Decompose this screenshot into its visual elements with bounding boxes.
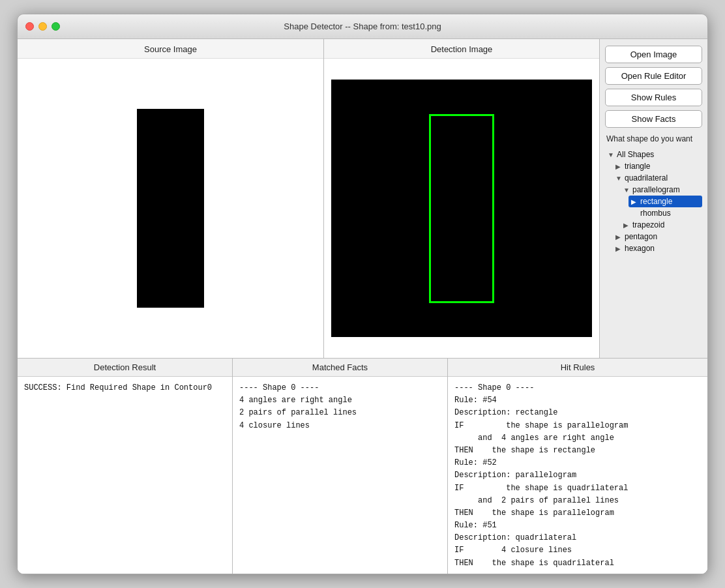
- tree-arrow-icon: ▼: [615, 175, 625, 182]
- show-rules-button[interactable]: Show Rules: [605, 89, 702, 106]
- source-image-area: [50, 88, 291, 329]
- bottom-section: Detection Result SUCCESS: Find Required …: [18, 359, 707, 574]
- source-image-body: [18, 59, 323, 358]
- tree-item-label: pentagon: [625, 232, 657, 241]
- tree-arrow-icon: ▶: [615, 163, 625, 170]
- tree-item-rhombus[interactable]: rhombus: [629, 207, 702, 219]
- tree-item-label: triangle: [625, 162, 650, 171]
- detection-image-body: [324, 59, 599, 358]
- tree-arrow-icon: ▼: [608, 151, 617, 158]
- tree-item-label: rhombus: [640, 209, 671, 218]
- open-image-button[interactable]: Open Image: [605, 46, 702, 63]
- tree-arrow-icon: ▶: [623, 222, 632, 229]
- source-black-rectangle: [137, 109, 204, 308]
- tree-item-label: All Shapes: [617, 150, 654, 159]
- matched-facts-header: Matched Facts: [233, 359, 447, 377]
- tree-item-pentagon[interactable]: ▶pentagon: [613, 231, 702, 243]
- window-title: Shape Detector -- Shape from: test10.png: [284, 22, 441, 31]
- tree-arrow-icon: ▶: [631, 198, 640, 205]
- source-image-panel: Source Image: [18, 39, 324, 358]
- open-rule-editor-button[interactable]: Open Rule Editor: [605, 67, 702, 85]
- tree-item-label: trapezoid: [632, 220, 664, 229]
- tree-item-triangle[interactable]: ▶triangle: [613, 160, 702, 172]
- close-button[interactable]: [25, 22, 34, 31]
- top-section: Source Image Detection Image Open: [18, 39, 707, 359]
- tree-item-label: rectangle: [640, 197, 672, 206]
- titlebar: Shape Detector -- Shape from: test10.png: [18, 14, 707, 39]
- what-shape-label: What shape do you want: [605, 134, 702, 143]
- detection-result-body: SUCCESS: Find Required Shape in Contour0: [18, 377, 232, 574]
- hit-rules-header: Hit Rules: [448, 359, 707, 377]
- source-image-header: Source Image: [18, 39, 323, 59]
- detection-image-panel: Detection Image: [324, 39, 600, 358]
- traffic-lights: [25, 22, 60, 31]
- tree-item-label: quadrilateral: [625, 173, 668, 183]
- detected-shape-outline: [429, 114, 494, 303]
- main-content: Source Image Detection Image Open: [18, 39, 707, 574]
- detection-result-panel: Detection Result SUCCESS: Find Required …: [18, 359, 233, 574]
- matched-facts-body: ---- Shape 0 ---- 4 angles are right ang…: [233, 377, 447, 574]
- tree-item-quadrilateral[interactable]: ▼quadrilateral: [613, 172, 702, 184]
- tree-item-all-shapes[interactable]: ▼All Shapes: [605, 149, 702, 160]
- tree-item-rectangle[interactable]: ▶rectangle: [629, 196, 702, 207]
- tree-item-trapezoid[interactable]: ▶trapezoid: [621, 219, 702, 231]
- matched-facts-panel: Matched Facts ---- Shape 0 ---- 4 angles…: [233, 359, 448, 574]
- tree-item-parallelogram[interactable]: ▼parallelogram: [621, 184, 702, 196]
- detection-image-area: [331, 80, 592, 337]
- sidebar: Open Image Open Rule Editor Show Rules S…: [600, 39, 707, 358]
- tree-arrow-icon: ▶: [615, 233, 625, 241]
- tree-item-label: hexagon: [625, 244, 655, 253]
- minimize-button[interactable]: [38, 22, 47, 31]
- tree-item-hexagon[interactable]: ▶hexagon: [613, 243, 702, 254]
- show-facts-button[interactable]: Show Facts: [605, 110, 702, 128]
- maximize-button[interactable]: [52, 22, 60, 31]
- hit-rules-panel: Hit Rules ---- Shape 0 ---- Rule: #54 De…: [448, 359, 707, 574]
- detection-image-header: Detection Image: [324, 39, 599, 59]
- tree-arrow-icon: ▶: [615, 245, 625, 252]
- hit-rules-body: ---- Shape 0 ---- Rule: #54 Description:…: [448, 377, 707, 574]
- tree-item-label: parallelogram: [632, 185, 680, 194]
- shape-tree: ▼All Shapes▶triangle▼quadrilateral▼paral…: [605, 149, 702, 254]
- app-window: Shape Detector -- Shape from: test10.png…: [17, 14, 708, 574]
- tree-arrow-icon: ▼: [623, 186, 632, 194]
- detection-result-header: Detection Result: [18, 359, 232, 377]
